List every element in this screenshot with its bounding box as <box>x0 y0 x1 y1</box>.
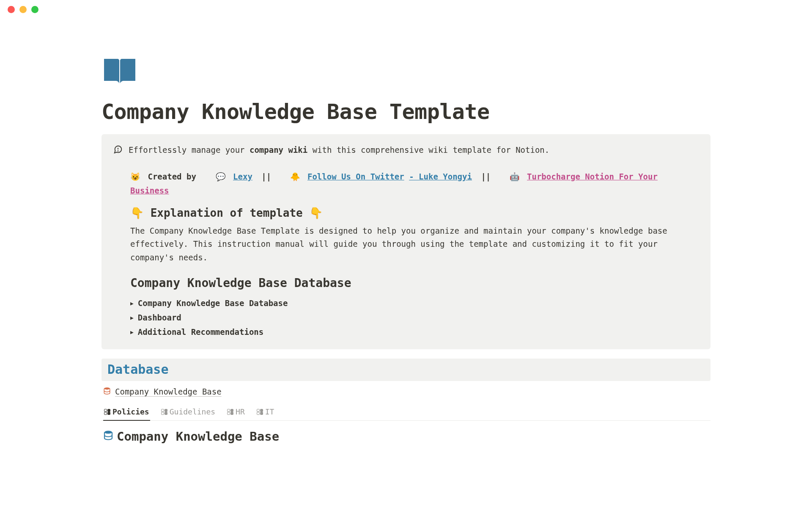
database-stack-icon <box>103 387 111 396</box>
tab-label: HR <box>236 407 245 416</box>
explanation-title-text: Explanation of template <box>151 207 303 219</box>
point-down-emoji-2: 👇 <box>303 207 323 219</box>
tab-label: Guidelines <box>170 407 215 416</box>
maximize-window-button[interactable] <box>31 6 38 13</box>
explanation-body: The Company Knowledge Base Template is d… <box>130 224 699 264</box>
tab-label: Policies <box>112 407 149 416</box>
info-callout: Effortlessly manage your company wiki wi… <box>102 134 710 349</box>
credit-line: 😺 Created by 💬 Lexy || 🐥 Follow Us On Tw… <box>130 170 699 197</box>
database-link-text: Company Knowledge Base <box>115 387 222 396</box>
board-view-icon <box>257 409 263 415</box>
created-by-label: Created by <box>148 172 196 181</box>
toggle-company-kb-database[interactable]: ▶ Company Knowledge Base Database <box>130 296 699 310</box>
tab-it[interactable]: IT <box>256 405 275 420</box>
tab-label: IT <box>265 407 274 416</box>
intro-bold: company wiki <box>250 145 307 155</box>
robot-emoji: 🤖 <box>510 172 520 181</box>
database-stack-icon-blue <box>103 430 113 443</box>
dash: - <box>409 172 419 181</box>
info-icon <box>113 145 123 154</box>
tab-policies[interactable]: Policies <box>103 405 150 420</box>
toggle-arrow-icon: ▶ <box>130 300 134 306</box>
board-view-icon <box>227 409 233 415</box>
toggle-additional-recommendations[interactable]: ▶ Additional Recommendations <box>130 325 699 339</box>
callout-body: 😺 Created by 💬 Lexy || 🐥 Follow Us On Tw… <box>113 170 699 339</box>
board-view-icon <box>104 409 110 415</box>
chick-emoji: 🐥 <box>290 172 300 181</box>
callout-header: Effortlessly manage your company wiki wi… <box>113 144 699 156</box>
cat-emoji: 😺 <box>130 172 140 181</box>
svg-point-2 <box>104 387 110 389</box>
callout-intro-text: Effortlessly manage your company wiki wi… <box>129 144 549 156</box>
point-down-emoji: 👇 <box>130 207 151 219</box>
database-title-row: Company Knowledge Base <box>102 421 710 444</box>
database-link-row[interactable]: Company Knowledge Base <box>102 381 710 402</box>
tab-guidelines[interactable]: Guidelines <box>160 405 216 420</box>
separator: || <box>261 172 271 181</box>
page-title: Company Knowledge Base Template <box>102 99 710 124</box>
toggle-dashboard[interactable]: ▶ Dashboard <box>130 310 699 325</box>
database-section-header: Database <box>102 359 710 381</box>
toggle-arrow-icon: ▶ <box>130 329 134 335</box>
database-title-text: Company Knowledge Base <box>117 429 279 444</box>
board-view-icon <box>161 409 167 415</box>
page-icon[interactable] <box>102 57 710 89</box>
close-window-button[interactable] <box>8 6 15 13</box>
separator-2: || <box>481 172 491 181</box>
minimize-window-button[interactable] <box>19 6 27 13</box>
speech-emoji: 💬 <box>216 172 226 181</box>
tab-hr[interactable]: HR <box>226 405 246 420</box>
db-section-heading: Company Knowledge Base Database <box>130 276 699 290</box>
database-view-tabs: Policies Guidelines HR IT <box>102 402 710 421</box>
toggle-label: Company Knowledge Base Database <box>138 298 288 308</box>
intro-suffix: with this comprehensive wiki template fo… <box>307 145 549 155</box>
database-heading: Database <box>107 362 705 377</box>
explanation-heading: 👇 Explanation of template 👇 <box>130 207 699 219</box>
page-content: Company Knowledge Base Template Effortle… <box>47 19 765 444</box>
toggle-arrow-icon: ▶ <box>130 315 134 321</box>
svg-point-1 <box>118 151 118 151</box>
luke-link[interactable]: Luke Yongyi <box>419 172 472 181</box>
svg-point-3 <box>104 431 112 434</box>
window-traffic-lights <box>0 0 812 19</box>
lexy-link[interactable]: Lexy <box>233 172 252 181</box>
twitter-link[interactable]: Follow Us On Twitter <box>307 172 404 181</box>
toggle-label: Dashboard <box>138 313 181 322</box>
intro-prefix: Effortlessly manage your <box>129 145 250 155</box>
toggle-label: Additional Recommendations <box>138 327 263 337</box>
